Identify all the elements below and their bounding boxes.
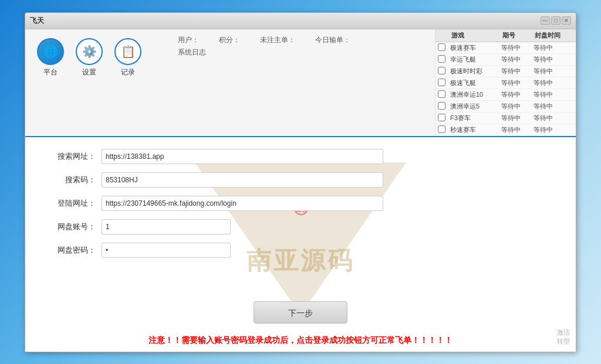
- game-checkbox[interactable]: [438, 90, 445, 98]
- login-url-input[interactable]: [102, 196, 383, 211]
- game-checkbox[interactable]: [438, 67, 445, 74]
- cloud-password-row: 网盘密码：: [49, 243, 552, 258]
- notice-text: 注意！！需要输入账号密码登录成功后，点击登录成功按钮方可正常飞单！！！！！: [25, 329, 576, 352]
- title-buttons: — □ ✕: [541, 16, 571, 25]
- game-period: 等待中: [499, 124, 531, 135]
- login-url-label: 登陆网址：: [49, 198, 96, 209]
- settings-icon: ⚙️: [76, 38, 103, 65]
- minimize-button[interactable]: —: [541, 16, 550, 25]
- toolbar: 🌐 平台 ⚙️ 设置 📋 记录: [25, 29, 166, 136]
- login-url-row: 登陆网址：: [49, 196, 552, 211]
- table-row: F3赛车 等待中 等待中: [435, 112, 576, 124]
- game-deadline: 等待中: [531, 89, 576, 100]
- search-url-label: 搜索网址：: [49, 151, 96, 162]
- game-checkbox[interactable]: [438, 43, 445, 51]
- settings-label: 设置: [82, 67, 96, 77]
- col-game: 游戏: [448, 29, 499, 42]
- game-deadline: 等待中: [531, 100, 576, 112]
- table-row: 澳洲幸运5 等待中 等待中: [435, 100, 576, 112]
- today-order-label: 今日输单：: [315, 35, 350, 45]
- unregistered-label: 未注主单：: [260, 35, 295, 45]
- toolbar-item-records[interactable]: 📋 记录: [114, 38, 141, 77]
- row-checkbox-cell: [435, 53, 448, 65]
- game-period: 等待中: [499, 112, 531, 124]
- row-checkbox-cell: [435, 77, 448, 89]
- records-label: 记录: [121, 67, 135, 77]
- game-name: 澳洲幸运5: [448, 100, 499, 112]
- search-code-row: 搜索码：: [49, 172, 552, 188]
- row-checkbox-cell: [435, 89, 448, 100]
- row-checkbox-cell: [435, 112, 448, 124]
- form-container: 搜索网址： 搜索码： 登陆网址： 网盘账号： 网盘密码：: [25, 137, 576, 295]
- today-order-info: 今日输单：: [315, 35, 353, 45]
- col-checkbox: [435, 29, 448, 42]
- game-period: 等待中: [499, 89, 531, 100]
- game-name: 极速飞艇: [448, 77, 499, 89]
- table-row: 极速飞艇 等待中 等待中: [435, 77, 576, 89]
- game-deadline: 等待中: [531, 53, 576, 65]
- score-label: 积分：: [219, 35, 240, 45]
- close-button[interactable]: ✕: [562, 16, 571, 25]
- top-panel: 🌐 平台 ⚙️ 设置 📋 记录 用户：: [25, 29, 576, 137]
- game-period: 等待中: [499, 42, 531, 53]
- table-row: 极速时时彩 等待中 等待中: [435, 65, 576, 77]
- toolbar-item-settings[interactable]: ⚙️ 设置: [76, 38, 103, 77]
- game-period: 等待中: [499, 77, 531, 89]
- platform-label: 平台: [43, 67, 58, 77]
- table-row: 幸运飞艇 等待中 等待中: [435, 53, 576, 65]
- game-deadline: 等待中: [531, 42, 576, 53]
- cloud-account-input[interactable]: [102, 219, 231, 234]
- info-row-1: 用户： 积分： 未注主单： 今日输单：: [178, 35, 423, 45]
- game-name: 极速时时彩: [448, 65, 499, 77]
- col-deadline: 封盘时间: [531, 29, 576, 42]
- table-row: 极速赛车 等待中 等待中: [435, 42, 576, 53]
- game-period: 等待中: [499, 65, 531, 77]
- game-checkbox[interactable]: [438, 79, 445, 86]
- main-content: KVVB.CCM ⑩ 南亚源码 搜索网址： 搜索码： 登陆网址： 网盘账号：: [25, 137, 576, 352]
- game-deadline: 等待中: [531, 112, 576, 124]
- toolbar-icons: 🌐 平台 ⚙️ 设置 📋 记录: [37, 38, 154, 77]
- user-info: 用户：: [178, 35, 201, 45]
- game-name: 秒速赛车: [448, 124, 499, 135]
- info-panel: 用户： 积分： 未注主单： 今日输单： 系统日志: [166, 29, 435, 136]
- window-title: 飞天: [30, 16, 44, 26]
- title-bar: 飞天 — □ ✕: [25, 13, 576, 29]
- cloud-password-label: 网盘密码：: [49, 245, 96, 256]
- toolbar-item-platform[interactable]: 🌐 平台: [37, 38, 64, 77]
- game-period: 等待中: [499, 100, 531, 112]
- col-period: 期号: [499, 29, 531, 42]
- game-checkbox[interactable]: [438, 125, 445, 133]
- game-checkbox[interactable]: [438, 55, 445, 63]
- system-log: 系统日志: [178, 47, 423, 57]
- game-name: 极速赛车: [448, 42, 499, 53]
- row-checkbox-cell: [435, 42, 448, 53]
- cloud-account-row: 网盘账号：: [49, 219, 552, 234]
- game-checkbox[interactable]: [438, 102, 445, 110]
- score-info: 积分：: [219, 35, 242, 45]
- next-button[interactable]: 下一步: [254, 301, 347, 324]
- unregistered-info: 未注主单：: [260, 35, 298, 45]
- search-url-row: 搜索网址：: [49, 149, 552, 164]
- records-icon: 📋: [114, 38, 141, 65]
- game-checkbox[interactable]: [438, 114, 445, 121]
- search-code-label: 搜索码：: [49, 175, 96, 185]
- cloud-password-input[interactable]: [102, 243, 231, 258]
- game-table: 游戏 期号 封盘时间 极速赛车 等待中 等待中 幸运飞艇 等待中 等待中 极速时…: [435, 29, 576, 136]
- table-row: 秒速赛车 等待中 等待中: [435, 124, 576, 135]
- game-name: 澳洲幸运10: [448, 89, 499, 100]
- row-checkbox-cell: [435, 65, 448, 77]
- user-label: 用户：: [178, 35, 199, 45]
- main-window: 飞天 — □ ✕ 🌐 平台 ⚙️ 设置 📋 记录: [25, 12, 576, 352]
- search-code-input[interactable]: [102, 172, 383, 188]
- game-period: 等待中: [499, 53, 531, 65]
- platform-icon: 🌐: [37, 38, 64, 65]
- maximize-button[interactable]: □: [551, 16, 561, 25]
- game-name: 幸运飞艇: [448, 53, 499, 65]
- row-checkbox-cell: [435, 100, 448, 112]
- table-row: 澳洲幸运10 等待中 等待中: [435, 89, 576, 100]
- game-deadline: 等待中: [531, 77, 576, 89]
- game-deadline: 等待中: [531, 124, 576, 135]
- game-deadline: 等待中: [531, 65, 576, 77]
- cloud-account-label: 网盘账号：: [49, 222, 96, 232]
- search-url-input[interactable]: [102, 149, 383, 164]
